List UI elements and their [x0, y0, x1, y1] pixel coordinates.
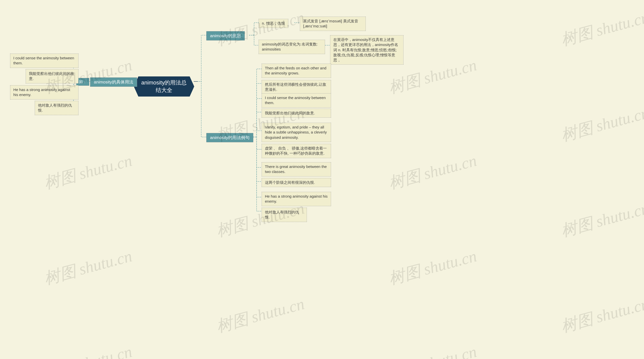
- branch-meaning[interactable]: animosity的意思: [206, 31, 245, 40]
- branch-examples-label: animosity的用法例句: [210, 135, 250, 140]
- definition-text: n. 憎恶；仇恨: [262, 21, 285, 25]
- watermark: 树图 shutu.cn: [42, 341, 134, 359]
- watermark: 树图 shutu.cn: [42, 150, 134, 194]
- example-8[interactable]: He has a strong animosity against his en…: [262, 192, 331, 206]
- example-6[interactable]: There is great animosity between the two…: [262, 162, 331, 176]
- example-5-text: 虚荣 、 自负 、 骄傲,这些都暗含着一种微妙的不快, 一种巧妙伪装的敌意.: [265, 146, 327, 155]
- example-2[interactable]: I could sense the animosity between them…: [262, 93, 331, 108]
- branch-usage-label: animosity的具体用法: [94, 80, 133, 84]
- example-2-text: I could sense the animosity between them…: [265, 96, 326, 105]
- central-title: animosity的用法总结大全: [141, 79, 187, 93]
- usage-intro-label: 如：: [79, 79, 87, 84]
- watermark: 树图 shutu.cn: [558, 197, 644, 242]
- example-8-text: He has a strong animosity against his en…: [265, 194, 328, 203]
- watermark: 树图 shutu.cn: [558, 6, 644, 51]
- example-3[interactable]: 我能觉察出他们彼此间的敌意.: [262, 109, 331, 118]
- branch-meaning-label: animosity的意思: [210, 33, 241, 38]
- branch-examples[interactable]: animosity的用法例句: [206, 133, 253, 142]
- usage-0[interactable]: I could sense the animosity between them…: [10, 54, 78, 68]
- pronunciation-text: 英式发音 [ˌænɪˈmɒsəti] 美式发音 [ˌænɪˈmɑːsəti]: [303, 19, 358, 28]
- watermark: 树图 shutu.cn: [386, 245, 479, 290]
- example-7[interactable]: 这两个阶级之间有很深的仇恨.: [262, 178, 331, 187]
- example-3-text: 我能觉察出他们彼此间的敌意.: [265, 111, 315, 115]
- leaf-pronunciation[interactable]: 英式发音 [ˌænɪˈmɒsəti] 美式发音 [ˌænɪˈmɑːsəti]: [300, 17, 366, 31]
- example-4-text: Vanity, egotism, and pride – they all hi…: [265, 125, 327, 140]
- usage-1-text: 我能觉察出他们彼此间的敌意.: [29, 71, 74, 81]
- example-9-text: 他对敌人有强烈的仇恨.: [265, 210, 299, 219]
- example-0[interactable]: Then all the feeds on each other and the…: [262, 64, 331, 78]
- usage-1[interactable]: 我能觉察出他们彼此间的敌意.: [26, 69, 78, 83]
- watermark: 树图 shutu.cn: [558, 293, 644, 337]
- leaf-definition[interactable]: n. 憎恶；仇恨: [259, 19, 288, 28]
- usage-2-text: He has a strong animosity against his en…: [13, 87, 70, 97]
- watermark: 树图 shutu.cn: [386, 150, 479, 194]
- watermark: 树图 shutu.cn: [42, 245, 134, 290]
- example-4[interactable]: Vanity, egotism, and pride – they all hi…: [262, 123, 331, 142]
- leaf-forms[interactable]: animosity的词态变化为:名词复数: animosities: [259, 40, 325, 54]
- watermark: 树图 shutu.cn: [214, 293, 307, 337]
- central-node[interactable]: animosity的用法总结大全: [134, 76, 194, 97]
- usage-3-text: 他对敌人有强烈的仇恨.: [38, 103, 72, 112]
- usage-3[interactable]: 他对敌人有强烈的仇恨.: [35, 101, 78, 115]
- example-6-text: There is great animosity between the two…: [265, 164, 327, 174]
- detail-text: 在英语中，animosity不仅具有上述意思，还有更详尽的用法，animosit…: [333, 37, 398, 62]
- example-0-text: Then all the feeds on each other and the…: [265, 66, 326, 75]
- example-1[interactable]: 然后所有这些消极性会侵蚀彼此,让敌意滋长.: [262, 80, 331, 94]
- example-7-text: 这两个阶级之间有很深的仇恨.: [265, 180, 315, 185]
- example-9[interactable]: 他对敌人有强烈的仇恨.: [262, 208, 307, 222]
- usage-2[interactable]: He has a strong animosity against his en…: [10, 85, 78, 100]
- branch-usage[interactable]: animosity的具体用法: [90, 77, 137, 87]
- example-1-text: 然后所有这些消极性会侵蚀彼此,让敌意滋长.: [265, 82, 326, 92]
- watermark: 树图 shutu.cn: [386, 341, 479, 359]
- leaf-detail[interactable]: 在英语中，animosity不仅具有上述意思，还有更详尽的用法，animosit…: [330, 35, 404, 65]
- watermark: 树图 shutu.cn: [558, 102, 644, 146]
- example-5[interactable]: 虚荣 、 自负 、 骄傲,这些都暗含着一种微妙的不快, 一种巧妙伪装的敌意.: [262, 144, 331, 158]
- forms-text: animosity的词态变化为:名词复数: animosities: [262, 42, 318, 51]
- usage-0-text: I could sense the animosity between them…: [13, 56, 74, 65]
